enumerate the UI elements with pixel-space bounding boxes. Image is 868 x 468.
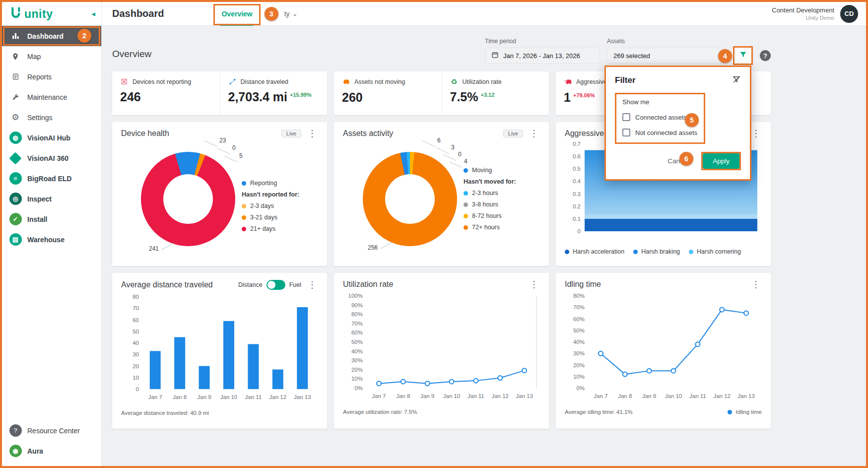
kpi-value: 1 (564, 90, 571, 104)
svg-text:0.4: 0.4 (573, 178, 581, 184)
svg-text:100%: 100% (348, 293, 363, 299)
sidebar-item-map[interactable]: Map (2, 46, 101, 67)
sidebar-item-visionai-hub[interactable]: ◍ VisionAI Hub (2, 128, 101, 148)
sidebar-footer: ? Resource Center ◉ Aura (2, 420, 101, 466)
calendar-icon (491, 51, 499, 60)
svg-text:Jan 11: Jan 11 (467, 393, 484, 399)
sidebar-item-label: VisionAI 360 (27, 154, 68, 162)
sidebar-item-inspect[interactable]: ◎ Inspect (2, 189, 101, 209)
assets-input[interactable]: 269 selected (607, 48, 726, 64)
assets-activity-legend: Moving Hasn't moved for: 2-3 hours 3-8 h… (464, 167, 539, 231)
svg-text:0.7: 0.7 (573, 141, 581, 147)
svg-text:Jan 9: Jan 9 (642, 393, 656, 399)
legend-label: Harsh acceleration (573, 248, 624, 255)
utilization-line-chart: 0%10%20%30%40%50%60%70%80%90%100%Jan 7Ja… (343, 289, 539, 406)
kpi-delta: +3.12 (480, 92, 494, 98)
donut-callout: 241 (149, 245, 159, 252)
svg-text:60%: 60% (351, 330, 363, 335)
distance-fuel-toggle[interactable] (267, 280, 285, 290)
toggle-right-label: Fuel (289, 281, 301, 288)
section-title: Overview (112, 49, 151, 64)
sidebar-item-label: Maintenance (27, 93, 67, 101)
sidebar-item-bigroad-eld[interactable]: ≡ BigRoad ELD (2, 168, 101, 189)
legend-label: 72+ hours (472, 224, 500, 231)
unity-logo: unity (9, 6, 53, 21)
sidebar-item-label: Dashboard (27, 32, 64, 40)
kebab-menu-icon[interactable]: ⋮ (306, 280, 318, 289)
sidebar-item-settings[interactable]: ⚙ Settings (2, 107, 101, 128)
kebab-menu-icon[interactable]: ⋮ (750, 129, 762, 138)
time-period-input[interactable]: Jan 7, 2026 - Jan 13, 2026 (485, 48, 600, 64)
sidebar-header: unity ◂ (2, 2, 101, 26)
svg-text:30%: 30% (573, 350, 585, 356)
warehouse-icon: ▤ (9, 233, 22, 246)
svg-text:30: 30 (133, 351, 139, 357)
unity-logo-mark-icon (9, 6, 22, 21)
kebab-menu-icon[interactable]: ⋮ (750, 280, 762, 289)
svg-text:Jan 11: Jan 11 (689, 393, 706, 399)
kpi-delta: +79.06% (573, 92, 595, 98)
legend-label: Idling time (736, 409, 762, 415)
sidebar: unity ◂ Dashboard 2 Map Reports (2, 2, 102, 466)
sidebar-item-install[interactable]: ✓ Install (2, 209, 101, 229)
sidebar-collapse-icon[interactable]: ◂ (91, 9, 95, 18)
svg-text:20%: 20% (351, 367, 363, 373)
svg-text:80: 80 (133, 294, 139, 300)
assets-group: Assets 269 selected (607, 38, 726, 64)
svg-text:20: 20 (133, 363, 139, 369)
svg-text:Jan 9: Jan 9 (198, 394, 211, 400)
distance-fuel-toggle-group: Distance Fuel (238, 280, 301, 290)
overview-toolbar: Overview Time period Jan 7, 2026 - Jan 1… (112, 32, 771, 64)
kpi-value: 2,703.4 mi (228, 90, 288, 104)
kebab-menu-icon[interactable]: ⋮ (528, 129, 540, 138)
route-icon (228, 78, 237, 85)
sidebar-item-reports[interactable]: Reports (2, 67, 101, 87)
chart-title: Device health (121, 129, 276, 138)
svg-text:60: 60 (133, 317, 139, 323)
sidebar-item-resource-center[interactable]: ? Resource Center (2, 420, 101, 441)
legend-header: Hasn't reported for: (242, 191, 299, 198)
annotation-badge-6: 6 (679, 152, 693, 166)
option-not-connected-assets[interactable]: Not connected assets (622, 129, 698, 136)
sidebar-item-visionai-360[interactable]: VisionAI 360 (2, 148, 101, 168)
filter-popup-title: Filter (615, 75, 636, 85)
sidebar-item-label: Aura (27, 447, 43, 455)
legend-dot (242, 204, 246, 208)
sidebar-item-dashboard[interactable]: Dashboard 2 (2, 26, 101, 46)
kebab-menu-icon[interactable]: ⋮ (306, 129, 318, 138)
chevron-down-icon: ⌄ (292, 10, 298, 17)
svg-text:10: 10 (133, 375, 139, 381)
legend-label: 3-8 hours (472, 201, 498, 208)
tab-partial[interactable]: ty ⌄ (279, 2, 303, 26)
sidebar-item-maintenance[interactable]: Maintenance (2, 87, 101, 107)
donut-callout: 0 (232, 144, 236, 151)
legend-label: 2-3 hours (472, 190, 498, 197)
svg-text:0.2: 0.2 (573, 203, 581, 209)
kpi-title: Utilization rate (463, 78, 502, 85)
tab-partial-label: ty (284, 10, 290, 18)
filter-button[interactable] (733, 46, 753, 65)
svg-text:50: 50 (133, 329, 139, 334)
apply-button[interactable]: Apply (703, 153, 739, 169)
svg-text:40%: 40% (573, 339, 585, 345)
svg-text:0.5: 0.5 (573, 166, 581, 172)
checkbox-unchecked[interactable] (622, 129, 630, 136)
time-period-label: Time period (485, 38, 600, 45)
help-icon[interactable]: ? (760, 50, 771, 61)
filter-clear-icon[interactable] (732, 75, 741, 86)
annotation-badge-4: 4 (718, 49, 732, 63)
legend-dot (242, 215, 246, 220)
legend-label: Harsh braking (641, 248, 680, 255)
avatar[interactable]: CD (840, 5, 858, 23)
assets-activity-chart: 6 3 0 4 256 Moving Hasn't moved for: 2-3… (343, 138, 540, 257)
funnel-icon (739, 51, 747, 61)
legend-dot (689, 250, 693, 254)
sidebar-item-warehouse[interactable]: ▤ Warehouse (2, 229, 101, 250)
svg-text:0.1: 0.1 (573, 216, 581, 222)
checkbox-unchecked[interactable] (622, 113, 630, 121)
visionai-hub-icon: ◍ (9, 132, 22, 144)
box-glyph: ▤ (9, 233, 22, 246)
kebab-menu-icon[interactable]: ⋮ (528, 280, 540, 289)
sidebar-item-aura[interactable]: ◉ Aura (2, 441, 101, 461)
tab-overview[interactable]: Overview 3 (216, 2, 257, 26)
